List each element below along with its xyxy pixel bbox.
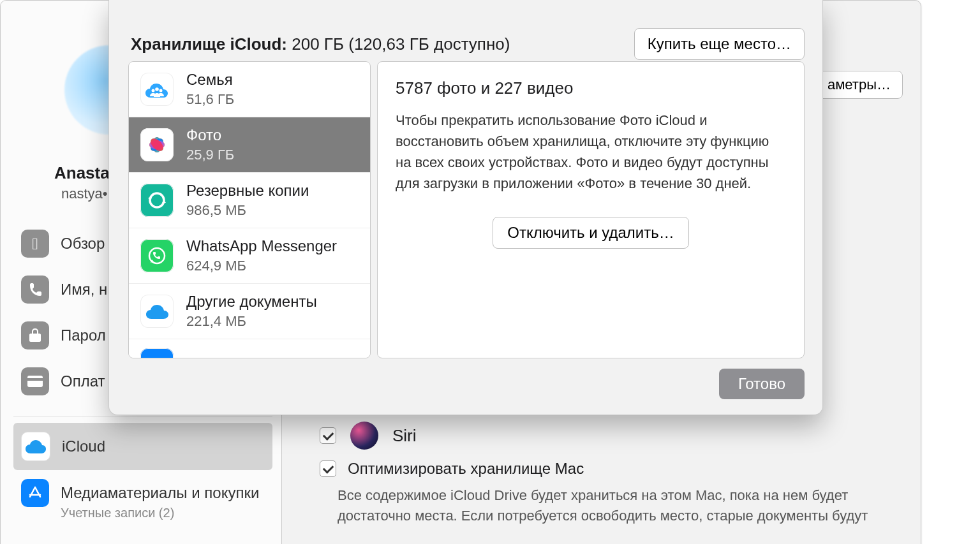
lock-icon: [21, 321, 49, 349]
siri-checkbox[interactable]: [320, 427, 336, 444]
buy-more-storage-button[interactable]: Купить еще место…: [634, 28, 805, 60]
siri-row: Siri: [320, 422, 417, 450]
keynote-icon: [140, 348, 174, 358]
sidebar-item-label: Парол: [61, 327, 106, 344]
detail-description: Чтобы прекратить использование Фото iClo…: [396, 110, 778, 194]
storage-detail-pane: 5787 фото и 227 видео Чтобы прекратить и…: [377, 61, 805, 358]
sidebar-item-label: Оплат: [61, 372, 105, 390]
storage-row-other-docs[interactable]: Другие документы 221,4 МБ: [129, 284, 370, 339]
storage-row-keynote[interactable]: Keynote: [129, 339, 370, 358]
storage-list[interactable]: Семья 51,6 ГБ: [128, 61, 371, 358]
storage-row-title: Другие документы: [186, 293, 317, 311]
siri-icon: [350, 422, 378, 450]
phone-icon: [21, 276, 49, 304]
sidebar-item-label: Медиаматериалы и покупки: [61, 484, 259, 502]
svg-point-2: [152, 89, 155, 92]
sheet-title-rest: 200 ГБ (120,63 ГБ доступно): [287, 34, 510, 54]
optimize-row: Оптимизировать хранилище Mac: [320, 460, 584, 478]
storage-row-size: 51,6 ГБ: [186, 91, 234, 108]
svg-rect-1: [27, 378, 43, 381]
sheet-header: Хранилище iCloud: 200 ГБ (120,63 ГБ дост…: [131, 28, 805, 60]
storage-row-title: Фото: [186, 126, 234, 144]
sidebar-item-label: Имя, н: [61, 281, 107, 298]
siri-label: Siri: [392, 426, 417, 446]
cloud-icon: [140, 295, 174, 328]
appstore-icon: [21, 479, 49, 507]
sidebar-item-label: iCloud: [62, 437, 105, 455]
cloud-icon: [21, 432, 50, 461]
storage-row-size: 986,5 МБ: [186, 202, 309, 219]
sheet-body: Семья 51,6 ГБ: [128, 61, 805, 358]
family-icon: [140, 73, 174, 106]
storage-row-backups[interactable]: Резервные копии 986,5 МБ: [129, 173, 370, 228]
svg-rect-0: [27, 376, 43, 387]
disable-and-delete-button[interactable]: Отключить и удалить…: [493, 217, 689, 249]
account-name: Anasta: [54, 163, 110, 183]
sheet-title-strong: Хранилище iCloud:: [131, 34, 287, 54]
sidebar-item-icloud[interactable]: iCloud: [13, 423, 272, 470]
whatsapp-icon: [140, 239, 174, 272]
storage-row-title: Keynote: [186, 355, 242, 358]
storage-row-size: 624,9 МБ: [186, 258, 337, 274]
apple-icon: : [21, 230, 49, 258]
storage-row-title: WhatsApp Messenger: [186, 237, 337, 255]
svg-point-3: [155, 87, 159, 91]
optimize-checkbox[interactable]: [320, 460, 336, 477]
storage-row-family[interactable]: Семья 51,6 ГБ: [129, 62, 370, 117]
optimize-description: Все содержимое iCloud Drive будет хранит…: [338, 485, 902, 526]
storage-row-size: 221,4 МБ: [186, 313, 317, 330]
icloud-storage-sheet: Хранилище iCloud: 200 ГБ (120,63 ГБ дост…: [108, 0, 823, 415]
sidebar-item-label: Обзор: [61, 235, 105, 253]
storage-row-size: 25,9 ГБ: [186, 147, 234, 163]
sidebar-item-media-sub: Учетные записи (2): [61, 506, 281, 520]
storage-row-title: Резервные копии: [186, 182, 309, 200]
parameters-button[interactable]: аметры…: [815, 71, 903, 99]
storage-row-whatsapp[interactable]: WhatsApp Messenger 624,9 МБ: [129, 228, 370, 284]
svg-point-13: [150, 193, 164, 207]
card-icon: [21, 367, 49, 395]
optimize-label: Оптимизировать хранилище Mac: [348, 460, 584, 478]
account-email: nastya•: [61, 186, 108, 202]
sidebar-separator: [13, 416, 272, 416]
photos-icon: [140, 128, 174, 161]
sidebar-item-media[interactable]: Медиаматериалы и покупки: [13, 470, 272, 510]
done-button[interactable]: Готово: [719, 369, 805, 399]
backup-icon: [140, 184, 174, 217]
storage-row-title: Семья: [186, 71, 234, 89]
sheet-title: Хранилище iCloud: 200 ГБ (120,63 ГБ дост…: [131, 34, 510, 54]
storage-row-photos[interactable]: Фото 25,9 ГБ: [129, 117, 370, 173]
svg-point-4: [160, 89, 163, 92]
detail-title: 5787 фото и 227 видео: [396, 78, 786, 98]
